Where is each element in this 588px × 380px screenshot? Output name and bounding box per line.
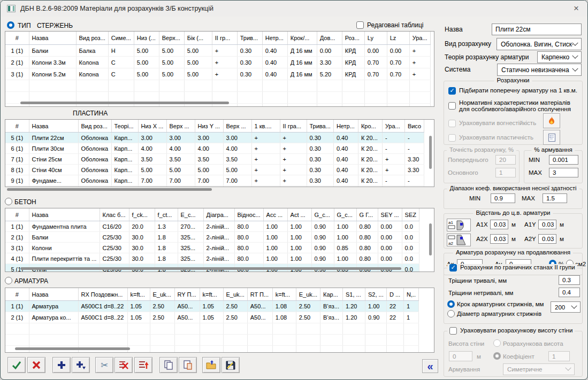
add-row-copy-button[interactable]	[72, 357, 90, 373]
table-cell[interactable]: -	[404, 143, 424, 154]
table-cell[interactable]: C16/20	[100, 221, 129, 232]
table-cell[interactable]: 5.00	[159, 57, 184, 68]
table-cell[interactable]: 30.0	[129, 243, 155, 253]
radio-krok-label[interactable]: Крок арматурних стрижнів, мм	[457, 301, 544, 307]
table-cell[interactable]: 0.0	[402, 253, 419, 264]
table-cell[interactable]: 80.0	[234, 253, 263, 264]
table-row-empty[interactable]	[5, 335, 419, 346]
table-cell[interactable]: 3.00	[195, 133, 223, 143]
table-cell[interactable]: +	[280, 154, 307, 165]
table-cell[interactable]: 1.00	[263, 243, 287, 253]
column-header[interactable]: S2, ...	[365, 288, 387, 301]
table-cell[interactable]: A50...	[174, 312, 200, 323]
table-cell[interactable]: 0.30	[237, 68, 262, 80]
table-cell[interactable]: КРД	[342, 45, 364, 57]
table-cell[interactable]: 0.80	[356, 221, 378, 232]
table-row[interactable]: 2 (1)Колони 3.3мКолонаС5.005.005.00+0.30…	[5, 57, 430, 68]
table-cell[interactable]: A500C1 d=8..22	[78, 301, 127, 312]
column-header[interactable]: E_uk...	[223, 288, 247, 301]
table-cell[interactable]: +	[251, 175, 280, 186]
poperechna-checkbox[interactable]: Підбирати поперечну арматуру на 1 кв.м.	[448, 87, 577, 95]
table-cell[interactable]: К 20...	[358, 133, 382, 143]
table-cell[interactable]: +	[409, 45, 430, 57]
table-cell[interactable]: 325...	[178, 232, 203, 243]
column-header[interactable]: II гра...	[280, 120, 307, 133]
table-cell[interactable]: 2 (1)	[5, 232, 29, 243]
table-cell[interactable]: Колони 5.2м	[29, 68, 76, 80]
table-cell[interactable]: К 20...	[358, 165, 382, 175]
import-button[interactable]	[202, 357, 220, 373]
hscrollbar-thumb[interactable]	[20, 267, 401, 270]
table-cell[interactable]: 5.00	[184, 68, 212, 80]
column-header[interactable]: Ура...	[382, 120, 404, 133]
table-cell[interactable]: Колона	[76, 68, 108, 80]
table-row[interactable]: 1 (1)БалкиБалкаН5.005.005.00+0.300.40Д 1…	[5, 45, 430, 57]
column-header[interactable]: S1, ...	[343, 288, 365, 301]
table-cell[interactable]: A500C1 d=8..22	[78, 312, 127, 323]
table-cell[interactable]: A50...	[174, 301, 200, 312]
column-header[interactable]: RX Поздовжн...	[78, 288, 127, 301]
table-cell[interactable]: C25/30	[100, 232, 129, 243]
table-row-empty[interactable]	[5, 323, 419, 335]
table-cell[interactable]: 0.40	[333, 143, 358, 154]
radio-diametr-label[interactable]: Діаметр арматурних стрижнів	[457, 311, 541, 317]
checkbox-box[interactable]	[448, 87, 456, 95]
column-header[interactable]: Вид роз...	[78, 120, 111, 133]
table-cell[interactable]: 3 (1)	[5, 68, 29, 80]
table-cell[interactable]: +	[212, 45, 237, 57]
column-header[interactable]: RT П...	[247, 288, 272, 301]
table-cell[interactable]: +	[382, 154, 404, 165]
table-cell[interactable]: 0.30	[307, 133, 333, 143]
fire-settings-button[interactable]	[543, 113, 560, 128]
table-cell[interactable]: 20.0	[129, 221, 155, 232]
teoriya-select[interactable]: Карпенко	[537, 51, 582, 63]
column-header[interactable]: Трива...	[307, 120, 333, 133]
table-cell[interactable]: 0.00	[378, 253, 402, 264]
column-header[interactable]: RY П...	[174, 288, 200, 301]
table-cell[interactable]: 0.30	[307, 165, 333, 175]
table-row[interactable]: 2 (1)БалкиC25/3030.01.8325...2-ліній...8…	[5, 232, 419, 243]
a1x-input[interactable]: 0.03	[490, 220, 508, 229]
table-cell[interactable]: К 20...	[358, 175, 382, 186]
column-header[interactable]: Ура...	[409, 32, 430, 45]
column-header[interactable]: #	[5, 208, 29, 221]
column-header[interactable]: Клас б...	[100, 208, 129, 221]
table-cell[interactable]: 3.00	[138, 133, 166, 143]
table-cell[interactable]: 0.70	[364, 57, 387, 68]
column-header[interactable]: Верх ...	[166, 120, 195, 133]
column-header[interactable]: Назва	[29, 288, 78, 301]
table-cell[interactable]: 5.00	[134, 57, 159, 68]
table-cell[interactable]: 0.00	[317, 45, 342, 57]
table-cell[interactable]: 3.00	[223, 133, 251, 143]
column-header[interactable]: Назва	[29, 208, 100, 221]
table-cell[interactable]: 1.20	[343, 301, 365, 312]
table-cell[interactable]: 270...	[178, 221, 203, 232]
move-rows-button[interactable]	[134, 357, 152, 373]
table-cell[interactable]: Балки	[29, 232, 100, 243]
table-cell[interactable]: 5.00	[159, 45, 184, 57]
table-cell[interactable]: 0.40	[262, 68, 287, 80]
table-cell[interactable]: 0.0	[402, 264, 419, 273]
column-header[interactable]: Act ...	[287, 208, 311, 221]
table-cell[interactable]: 0.90	[365, 312, 387, 323]
table-cell[interactable]: 2.50	[296, 301, 320, 312]
table-cell[interactable]: -	[382, 143, 404, 154]
table-sterzhen[interactable]: #НазваВид роз...Симе...Низ (...Верх...Бі…	[5, 31, 434, 107]
table-cell[interactable]: Карп...	[111, 165, 138, 175]
table-row-empty[interactable]	[5, 80, 430, 92]
table-cell[interactable]: 3.50	[138, 154, 166, 165]
table-cell[interactable]: 4.00	[223, 143, 251, 154]
table-cell[interactable]: 0.30	[237, 45, 262, 57]
table-cell[interactable]: 3.30	[317, 57, 342, 68]
table-cell[interactable]: 5 (1)	[5, 133, 29, 143]
vyd-rozrakhunku-select[interactable]: Оболонка. Вигин, Стиск-Рс	[497, 38, 582, 50]
column-header[interactable]: Верх...	[159, 32, 184, 45]
table-cell[interactable]: 7.00	[138, 175, 166, 186]
vscrollbar-thumb[interactable]	[429, 136, 432, 169]
table-cell[interactable]: 5.00	[195, 165, 223, 175]
table-cell[interactable]: 1.00	[263, 221, 287, 232]
table-cell[interactable]: 3.50	[166, 154, 195, 165]
column-header[interactable]: Acc ...	[263, 208, 287, 221]
table-cell[interactable]: К 20...	[358, 143, 382, 154]
table-row[interactable]: 3 (1)Колони 5.2мКолонаС5.005.005.00+0.30…	[5, 68, 430, 80]
